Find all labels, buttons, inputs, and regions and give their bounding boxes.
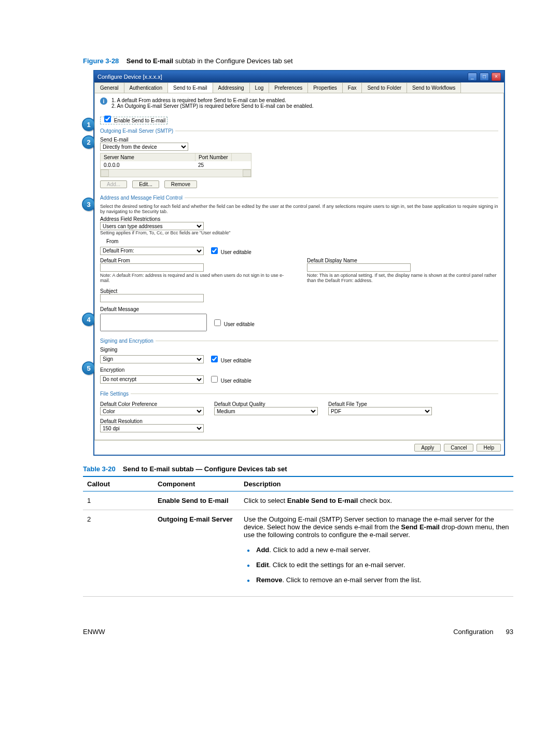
display-name-note: Note: This is an optional setting. If se… [307, 273, 498, 283]
enable-send-to-email-input[interactable] [104, 116, 111, 122]
cancel-button[interactable]: Cancel [444, 444, 473, 452]
cell-callout: 2 [83, 510, 153, 597]
tab-send-to-folder[interactable]: Send to Folder [361, 82, 407, 93]
restrictions-note: Setting applies if From, To, Cc, or Bcc … [100, 230, 498, 235]
subject-label: Subject [100, 288, 498, 294]
resolution-label: Default Resolution [100, 418, 498, 424]
message-user-editable-checkbox[interactable]: User editable [212, 318, 255, 328]
footer-left: ENWW [83, 628, 105, 636]
dialog-footer: Apply Cancel Help [94, 440, 504, 455]
display-name-label: Default Display Name [307, 258, 498, 263]
tab-log[interactable]: Log [249, 82, 270, 93]
display-name-input[interactable] [307, 263, 411, 272]
default-from-note: Note: A default From: address is require… [100, 273, 291, 283]
encryption-select[interactable]: Do not encrypt [100, 375, 204, 384]
signing-user-editable-checkbox[interactable]: User editable [209, 354, 251, 364]
file-type-select[interactable]: PDF [328, 407, 432, 415]
tab-authentication[interactable]: Authentication [124, 82, 168, 93]
cell-description: Click to select Enable Send to E-mail ch… [240, 491, 513, 510]
from-select[interactable]: Default From: [100, 247, 204, 255]
tab-content: i 1. A default From address is required … [94, 93, 504, 440]
address-group: Address and Message Field Control Select… [100, 195, 498, 334]
color-pref-label: Default Color Preference [100, 401, 204, 407]
tab-fax[interactable]: Fax [342, 82, 362, 93]
from-user-editable-checkbox[interactable]: User editable [209, 246, 251, 256]
figure-caption: Figure 3-28 Send to E-mail subtab in the… [83, 57, 513, 65]
titlebar: Configure Device [x.x.x.x] _ □ × [94, 71, 504, 82]
footer-section: Configuration [453, 628, 493, 636]
tab-preferences[interactable]: Preferences [269, 82, 308, 93]
server-table: Server Name Port Number 0.0.0.0 25 [100, 153, 251, 170]
callout-badge-5: 5 [82, 361, 95, 375]
address-legend: Address and Message Field Control [100, 195, 185, 201]
restrictions-label: Address Field Restrictions [100, 216, 498, 222]
server-row[interactable]: 0.0.0.0 25 [101, 161, 251, 169]
callout-badge-3: 3 [82, 198, 95, 211]
file-type-label: Default File Type [328, 401, 432, 407]
resolution-select[interactable]: 150 dpi [100, 424, 204, 432]
signing-group: Signing and Encryption Signing Sign User… [100, 338, 498, 387]
server-name-cell: 0.0.0.0 [101, 161, 195, 169]
list-item: Remove. Click to remove an e-mail server… [244, 576, 509, 584]
tab-send-to-workflows[interactable]: Send to Workflows [407, 82, 461, 93]
scroll-left-icon[interactable] [101, 170, 109, 177]
signing-select[interactable]: Sign [100, 355, 204, 363]
encryption-label: Encryption [100, 367, 498, 373]
info-line-1: 1. A default From address is required be… [111, 97, 314, 103]
restrictions-select[interactable]: Users can type addresses [100, 222, 204, 230]
quality-label: Default Output Quality [214, 401, 318, 407]
signing-legend: Signing and Encryption [100, 338, 156, 344]
footer-page-number: 93 [506, 628, 513, 636]
edit-server-button[interactable]: Edit... [132, 180, 159, 188]
col-server-name: Server Name [101, 153, 195, 161]
th-description: Description [240, 476, 513, 491]
default-from-input[interactable] [100, 263, 204, 272]
address-intro: Select the desired setting for each fiel… [100, 204, 498, 214]
callout-badge-1: 1 [82, 118, 95, 131]
table-row: 2 Outgoing E-mail Server Use the Outgoin… [83, 510, 513, 597]
default-message-label: Default Message [100, 306, 498, 312]
maximize-button[interactable]: □ [480, 73, 489, 81]
color-pref-select[interactable]: Color [100, 407, 204, 415]
list-item: Edit. Click to edit the settings for an … [244, 561, 509, 569]
th-component: Component [153, 476, 240, 491]
enable-send-to-email-checkbox[interactable]: Enable Send to E-mail [100, 117, 167, 124]
help-button[interactable]: Help [477, 444, 501, 452]
tab-send-to-email[interactable]: Send to E-mail [167, 82, 213, 93]
figure-label: Figure 3-28 [83, 57, 119, 65]
table-caption: Table 3-20 Send to E-mail subtab — Confi… [83, 465, 513, 473]
default-from-label: Default From [100, 258, 291, 263]
callout-table: Callout Component Description 1 Enable S… [83, 476, 513, 597]
apply-button[interactable]: Apply [414, 444, 441, 452]
page-footer: ENWW Configuration 93 [83, 628, 513, 636]
minimize-button[interactable]: _ [468, 73, 477, 81]
add-server-button[interactable]: Add... [100, 180, 127, 188]
file-settings-group: File Settings Default Color Preference C… [100, 391, 498, 433]
scroll-right-icon[interactable] [243, 170, 251, 177]
server-table-scrollbar[interactable] [100, 170, 251, 177]
send-email-select[interactable]: Directly from the device [100, 143, 188, 151]
remove-server-button[interactable]: Remove [164, 180, 197, 188]
th-callout: Callout [83, 476, 153, 491]
tab-general[interactable]: General [94, 82, 124, 93]
default-message-input[interactable] [100, 314, 207, 331]
encryption-user-editable-checkbox[interactable]: User editable [209, 374, 251, 384]
table-title: Send to E-mail subtab — Configure Device… [123, 465, 287, 473]
quality-select[interactable]: Medium [214, 407, 318, 415]
tab-properties[interactable]: Properties [307, 82, 343, 93]
cell-component: Outgoing E-mail Server [158, 515, 232, 523]
cell-callout: 1 [83, 491, 153, 510]
send-email-label: Send E-mail [100, 137, 498, 143]
file-settings-legend: File Settings [100, 391, 131, 397]
tab-strip: General Authentication Send to E-mail Ad… [94, 82, 504, 93]
list-item: Add. Click to add a new e-mail server. [244, 546, 509, 554]
enable-send-to-email-label: Enable Send to E-mail [114, 118, 166, 123]
window-buttons: _ □ × [467, 73, 501, 81]
subject-input[interactable] [100, 294, 204, 302]
info-box: i 1. A default From address is required … [100, 97, 498, 109]
callout-badge-2: 2 [82, 135, 95, 149]
close-button[interactable]: × [492, 73, 501, 81]
tab-addressing[interactable]: Addressing [213, 82, 250, 93]
figure-title-bold: Send to E-mail [127, 57, 173, 65]
from-label: From [106, 238, 498, 244]
